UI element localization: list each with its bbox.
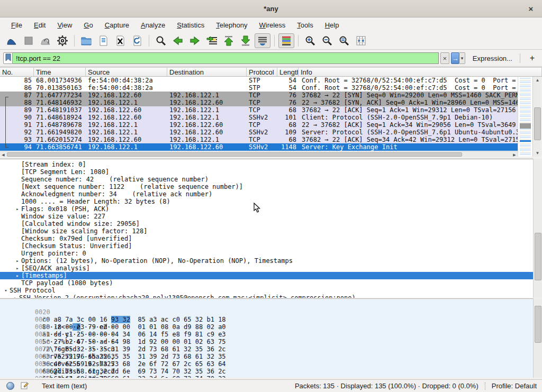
expand-arrow-icon[interactable]: ▸: [14, 265, 21, 272]
menu-file[interactable]: File: [5, 19, 28, 31]
menu-telephony[interactable]: Telephony: [210, 19, 253, 31]
detail-line[interactable]: ▸ SSH Version 2 (encryption:chacha20-pol…: [0, 294, 533, 298]
profile-status[interactable]: Profile: Default: [492, 382, 537, 390]
detail-line[interactable]: ▸ Options: (12 bytes), No-Operation (NOP…: [0, 257, 533, 265]
menu-analyze[interactable]: Analyze: [135, 19, 171, 31]
menu-go[interactable]: Go: [78, 19, 98, 31]
detail-line[interactable]: Window size value: 227: [0, 213, 533, 220]
column-length[interactable]: Length: [277, 68, 299, 76]
close-file-button[interactable]: [112, 33, 128, 48]
packet-list-hscrollbar[interactable]: ◀ ▶: [0, 151, 518, 157]
expand-arrow-icon[interactable]: [14, 213, 21, 220]
expand-arrow-icon[interactable]: [14, 190, 21, 198]
expand-arrow-icon[interactable]: ▸: [14, 205, 21, 213]
detail-line[interactable]: [TCP Segment Len: 1080]: [0, 168, 533, 176]
detail-line[interactable]: TCP payload (1080 bytes): [0, 279, 533, 287]
expand-arrow-icon[interactable]: ▸: [14, 272, 21, 279]
expand-arrow-icon[interactable]: [14, 250, 21, 257]
detail-line[interactable]: ▸ [SEQ/ACK analysis]: [0, 265, 533, 272]
find-packet-button[interactable]: [153, 33, 169, 48]
column-source[interactable]: Source: [86, 68, 167, 76]
detail-line[interactable]: Sequence number: 42 (relative sequence n…: [0, 176, 533, 183]
detail-line[interactable]: ▾ SSH Protocol: [0, 287, 533, 294]
expand-arrow-icon[interactable]: [14, 183, 21, 190]
packet-minimap[interactable]: [518, 77, 532, 157]
packet-row[interactable]: 87 71.647777234 192.168.122.60 192.168.1…: [0, 92, 518, 99]
display-filter-input[interactable]: [13, 52, 439, 64]
auto-scroll-button[interactable]: [255, 33, 270, 48]
packet-row[interactable]: 91 71.648789678 192.168.122.1 192.168.12…: [0, 121, 518, 129]
detail-line[interactable]: [Calculated window size: 29056]: [0, 220, 533, 227]
menu-tools[interactable]: Tools: [291, 19, 319, 31]
expand-arrow-icon[interactable]: ▾: [2, 287, 10, 294]
title-bar[interactable]: *any ×: [0, 0, 542, 17]
scroll-right-icon[interactable]: ▶: [511, 152, 518, 158]
expand-arrow-icon[interactable]: [14, 279, 21, 287]
hex-row[interactable]: 0020 c0 a8 7a 3c 00 16 93 32 85 a3 ac c0…: [0, 301, 533, 308]
expression-button[interactable]: Expression...: [473, 54, 512, 62]
detail-vscrollbar[interactable]: [533, 159, 542, 298]
scroll-thumb[interactable]: [535, 233, 541, 280]
packet-row[interactable]: 93 71.662015274 192.168.122.60 192.168.1…: [0, 136, 518, 143]
zoom-reset-button[interactable]: [336, 33, 352, 48]
packet-row[interactable]: 88 71.648146932 192.168.122.1 192.168.12…: [0, 99, 518, 106]
scroll-thumb[interactable]: [534, 107, 541, 140]
detail-line[interactable]: Checksum: 0x79ed [unverified]: [0, 235, 533, 242]
scroll-left-icon[interactable]: ◀: [0, 152, 6, 158]
expand-arrow-icon[interactable]: [14, 168, 21, 176]
go-to-packet-button[interactable]: [204, 33, 220, 48]
scroll-up-icon[interactable]: ▲: [533, 77, 542, 84]
packet-list-vscrollbar[interactable]: ▲ ▼: [532, 77, 541, 157]
packet-row[interactable]: 86 70.013850163 fe:54:00:d4:38:2a STP 54…: [0, 84, 518, 92]
go-last-packet-button[interactable]: [238, 33, 254, 48]
expand-arrow-icon[interactable]: ▸: [14, 257, 21, 265]
colorize-button[interactable]: [278, 33, 294, 48]
menu-statistics[interactable]: Statistics: [171, 19, 210, 31]
scroll-thumb[interactable]: [7, 152, 462, 157]
menu-edit[interactable]: Edit: [28, 19, 51, 31]
add-filter-button[interactable]: +: [526, 53, 539, 63]
scroll-thumb[interactable]: [535, 306, 541, 343]
hex-vscrollbar[interactable]: [533, 298, 542, 378]
expand-arrow-icon[interactable]: ▸: [12, 294, 19, 298]
zoom-out-button[interactable]: [319, 33, 335, 48]
expand-arrow-icon[interactable]: [14, 242, 21, 250]
detail-line[interactable]: Urgent pointer: 0: [0, 250, 533, 257]
zoom-in-button[interactable]: [302, 33, 318, 48]
hex-row[interactable]: 0030 80 18 00 e3 79 ed 00 00 01 01 08 0a…: [0, 308, 533, 316]
packet-row[interactable]: 90 71.648618924 192.168.122.60 192.168.1…: [0, 114, 518, 121]
column-info[interactable]: Info: [299, 68, 542, 76]
packet-row[interactable]: 94 71.663856741 192.168.122.1 192.168.12…: [0, 143, 518, 151]
expand-arrow-icon[interactable]: [14, 198, 21, 205]
column-destination[interactable]: Destination: [167, 68, 247, 76]
expand-arrow-icon[interactable]: [14, 161, 21, 168]
menu-help[interactable]: Help: [319, 19, 345, 31]
expert-info-icon[interactable]: [6, 382, 14, 390]
filter-apply-button[interactable]: →: [451, 52, 460, 64]
packet-row[interactable]: 92 71.661949820 192.168.122.1 192.168.12…: [0, 129, 518, 136]
detail-line[interactable]: [Checksum Status: Unverified]: [0, 242, 533, 250]
column-protocol[interactable]: Protocol: [247, 68, 277, 76]
capture-comment-icon[interactable]: [21, 381, 29, 391]
capture-options-button[interactable]: [55, 33, 70, 48]
expand-arrow-icon[interactable]: [14, 220, 21, 227]
detail-line[interactable]: ▸ [Timestamps]: [0, 272, 533, 279]
filter-history-dropdown[interactable]: ▼: [459, 52, 465, 64]
filter-clear-button[interactable]: ×: [440, 52, 449, 64]
expand-arrow-icon[interactable]: [14, 176, 21, 183]
restart-capture-button[interactable]: [38, 33, 53, 48]
packet-row[interactable]: 89 71.648191037 192.168.122.60 192.168.1…: [0, 106, 518, 114]
open-file-button[interactable]: [78, 33, 94, 48]
expand-arrow-icon[interactable]: [14, 235, 21, 242]
menu-view[interactable]: View: [51, 19, 78, 31]
resize-columns-button[interactable]: [353, 33, 369, 48]
go-first-packet-button[interactable]: [221, 33, 237, 48]
packet-row[interactable]: 85 68.001734936 fe:54:00:d4:38:2a STP 54…: [0, 77, 518, 84]
save-file-button[interactable]: [95, 33, 111, 48]
go-forward-button[interactable]: [187, 33, 203, 48]
detail-line[interactable]: [Window size scaling factor: 128]: [0, 227, 533, 235]
detail-line[interactable]: Acknowledgment number: 34 (relative ack …: [0, 190, 533, 198]
column-no[interactable]: No.: [0, 68, 34, 76]
detail-line[interactable]: 1000 .... = Header Length: 32 bytes (8): [0, 198, 533, 205]
detail-line[interactable]: ▸ Flags: 0x018 (PSH, ACK): [0, 205, 533, 213]
